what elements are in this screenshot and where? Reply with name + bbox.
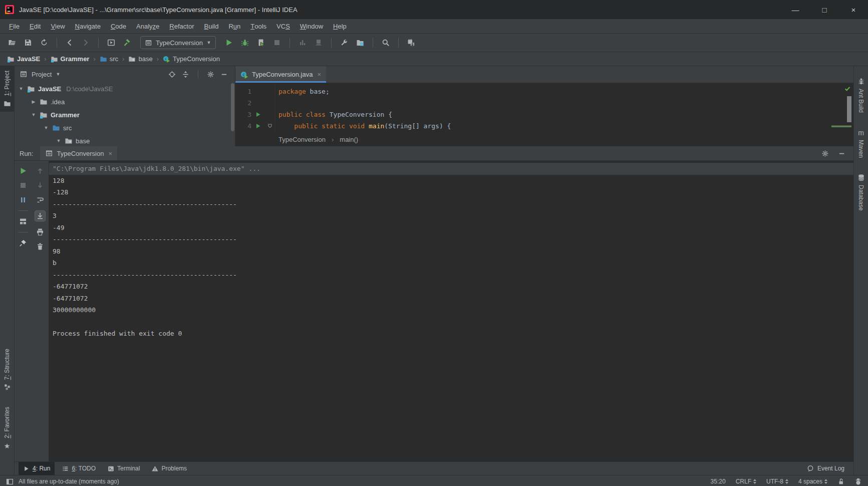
- tool-stripe-1-project[interactable]: 1: Project: [0, 66, 14, 112]
- editor-crumb-1[interactable]: main(): [340, 136, 358, 143]
- tree-item-base[interactable]: ▼base: [15, 134, 235, 146]
- toolwindow-tab-terminal[interactable]: Terminal: [103, 462, 144, 475]
- fold-marker-icon[interactable]: [266, 123, 273, 130]
- hector-inspector-icon[interactable]: [854, 478, 862, 485]
- run-configuration-select[interactable]: TypeConversion▼: [140, 36, 216, 49]
- menu-file[interactable]: File: [4, 19, 25, 33]
- menu-refactor[interactable]: Refactor: [164, 19, 199, 33]
- menu-vcs[interactable]: VCS: [271, 19, 295, 33]
- scroll-end-button[interactable]: [35, 210, 46, 221]
- tree-item-grammer[interactable]: ▼Grammer: [15, 108, 235, 121]
- settings-gear-icon[interactable]: [821, 150, 829, 157]
- locate-icon[interactable]: [168, 71, 176, 78]
- toolwindow-icon[interactable]: [6, 478, 14, 485]
- debug-button[interactable]: [239, 37, 251, 49]
- project-panel-title[interactable]: Project: [32, 71, 52, 78]
- editor-crumb-0[interactable]: TypeConversion: [278, 136, 326, 143]
- chevron-expanded-icon[interactable]: ▼: [18, 86, 24, 91]
- editor-tab-typeconversion[interactable]: c TypeConversion.java ×: [235, 66, 326, 83]
- run-console[interactable]: "C:\Program Files\Java\jdk1.8.0_281\bin\…: [49, 161, 853, 461]
- tool-stripe-database[interactable]: Database: [854, 169, 868, 215]
- soft-wrap-icon[interactable]: [36, 196, 44, 204]
- close-icon[interactable]: ×: [107, 150, 112, 157]
- menu-build[interactable]: Build: [199, 19, 223, 33]
- chevron-collapsed-icon[interactable]: ▶: [31, 99, 37, 104]
- pause-icon[interactable]: [19, 196, 27, 204]
- chevron-down-icon[interactable]: ▼: [56, 72, 60, 77]
- toolwindow-tab-4-run[interactable]: 4: Run: [19, 462, 55, 475]
- toolwindow-tab-6-todo[interactable]: 6: TODO: [58, 462, 100, 475]
- breadcrumb-grammer[interactable]: Grammer: [50, 55, 91, 63]
- close-icon[interactable]: ×: [316, 71, 321, 78]
- tree-item-javase[interactable]: ▼JavaSED:\code\JavaSE: [15, 82, 235, 95]
- tool-stripe-maven[interactable]: mMaven: [854, 124, 868, 162]
- menu-edit[interactable]: Edit: [25, 19, 46, 33]
- event-log-button[interactable]: Event Log: [807, 465, 844, 472]
- menu-help[interactable]: Help: [328, 19, 352, 33]
- menu-tools[interactable]: Tools: [245, 19, 271, 33]
- run-button[interactable]: [223, 37, 235, 49]
- project-scrollbar[interactable]: [231, 83, 234, 131]
- back-button[interactable]: [64, 37, 76, 49]
- tool-stripe-ant-build[interactable]: Ant Build: [854, 73, 868, 117]
- indent-widget[interactable]: 4 spaces: [798, 478, 827, 485]
- close-button[interactable]: ×: [839, 0, 868, 19]
- hide-icon[interactable]: [220, 71, 228, 78]
- stop-icon[interactable]: [19, 181, 27, 189]
- line-ending-widget[interactable]: CRLF: [736, 478, 756, 485]
- editor-scrollbar[interactable]: [847, 96, 851, 122]
- chevron-expanded-icon[interactable]: ▼: [56, 138, 62, 143]
- print-icon[interactable]: [36, 228, 44, 236]
- export-button[interactable]: [405, 37, 417, 49]
- menu-code[interactable]: Code: [106, 19, 131, 33]
- toolbar-separator: [198, 70, 198, 78]
- run-gutter-icon[interactable]: [255, 123, 261, 129]
- run-tab-typeconversion[interactable]: TypeConversion ×: [40, 146, 117, 160]
- toolwindow-tab-problems[interactable]: Problems: [147, 462, 191, 475]
- open-folder-button[interactable]: [6, 37, 18, 49]
- editor-tab-bar: c TypeConversion.java ×: [235, 66, 853, 83]
- clear-icon[interactable]: [36, 242, 44, 251]
- build-hammer-button[interactable]: [121, 37, 133, 49]
- maximize-button[interactable]: □: [810, 0, 839, 19]
- pin-icon[interactable]: [19, 239, 27, 247]
- coverage-button[interactable]: [255, 37, 267, 49]
- tree-item--idea[interactable]: ▶.idea: [15, 95, 235, 108]
- save-all-button[interactable]: [22, 37, 34, 49]
- inspections-check-icon[interactable]: [844, 85, 851, 92]
- breadcrumb-src[interactable]: src: [99, 55, 119, 63]
- tool-stripe-2-favorites[interactable]: 2: Favorites★: [0, 402, 14, 454]
- caret-position-widget[interactable]: 35:20: [711, 478, 726, 485]
- breadcrumb-javase[interactable]: JavaSE: [6, 55, 41, 63]
- run-tab-label: TypeConversion: [57, 150, 104, 157]
- collapse-all-icon[interactable]: [182, 71, 189, 78]
- encoding-widget[interactable]: UTF-8: [766, 478, 788, 485]
- minimize-button[interactable]: —: [781, 0, 810, 19]
- sync-button[interactable]: [38, 37, 50, 49]
- settings-gear-icon[interactable]: [207, 71, 214, 78]
- breadcrumb-typeconversion[interactable]: cTypeConversion: [162, 55, 221, 63]
- menu-navigate[interactable]: Navigate: [70, 19, 106, 33]
- rerun-icon[interactable]: [19, 167, 27, 175]
- menu-window[interactable]: Window: [295, 19, 328, 33]
- run-gutter-icon[interactable]: [255, 111, 261, 118]
- tree-item-src[interactable]: ▼src: [15, 121, 235, 134]
- search-everywhere-button[interactable]: [380, 37, 392, 49]
- up-stack-icon[interactable]: [36, 167, 44, 175]
- menu-analyze[interactable]: Analyze: [131, 19, 164, 33]
- breadcrumb-base[interactable]: base: [127, 55, 153, 63]
- chevron-expanded-icon[interactable]: ▼: [43, 125, 49, 130]
- menu-run[interactable]: Run: [223, 19, 245, 33]
- chevron-expanded-icon[interactable]: ▼: [31, 112, 37, 117]
- unlock-icon[interactable]: [837, 478, 844, 485]
- run-window-button[interactable]: [105, 37, 117, 49]
- hide-icon[interactable]: [838, 150, 845, 157]
- project-structure-button[interactable]: [354, 37, 366, 49]
- down-stack-icon[interactable]: [36, 181, 44, 189]
- layout-icon[interactable]: [19, 217, 27, 225]
- code-area[interactable]: 1package base;23public class TypeConvers…: [235, 83, 853, 132]
- menu-view[interactable]: View: [46, 19, 70, 33]
- tool-stripe-7-structure[interactable]: 7: Structure: [0, 344, 14, 395]
- settings-wrench-button[interactable]: [338, 37, 350, 49]
- toolbar-divider: [18, 210, 28, 211]
